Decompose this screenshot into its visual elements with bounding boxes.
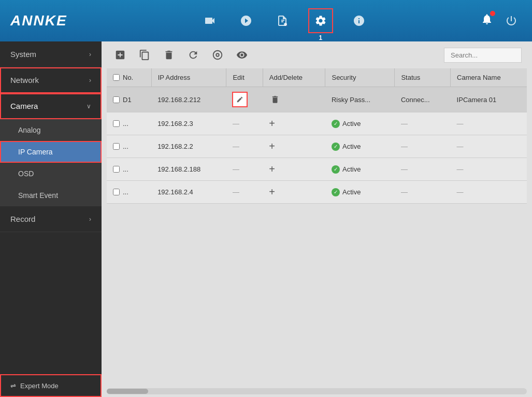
playback-nav-icon[interactable] [236, 10, 256, 31]
row-add-button[interactable]: + [269, 118, 275, 130]
row-ip-value: 192.168.2.2 [157, 143, 193, 150]
playback-nav-wrapper[interactable] [236, 10, 256, 31]
row-add-delete-cell: + [263, 158, 325, 181]
expert-mode-button[interactable]: ⇌ Expert Mode [0, 374, 102, 397]
power-icon[interactable] [501, 10, 522, 31]
row-checkbox[interactable] [113, 96, 120, 103]
sidebar-item-ip-camera[interactable]: IP Camera [0, 141, 102, 163]
sidebar-item-camera[interactable]: Camera ∨ [0, 93, 102, 119]
sidebar-item-record[interactable]: Record › [0, 206, 102, 232]
row-edit-dash: — [233, 143, 239, 150]
refresh-button[interactable] [185, 47, 202, 63]
search-input[interactable] [444, 48, 522, 63]
expert-mode-icon: ⇌ [10, 382, 16, 390]
search-files-nav-icon[interactable] [272, 10, 293, 31]
logo: ANNKE [10, 12, 67, 29]
col-no: No. [107, 68, 151, 87]
row-status-cell: — [395, 112, 451, 135]
info-nav-icon[interactable] [349, 10, 369, 31]
row-camera-name-dash: — [457, 120, 464, 127]
col-ip: IP Address [151, 68, 226, 87]
row-no-cell: ... [107, 181, 151, 204]
row-security-value: Active [342, 120, 361, 127]
col-security-label: Security [332, 74, 356, 81]
row-add-button[interactable]: + [269, 186, 275, 198]
row-checkbox[interactable] [113, 189, 120, 195]
col-status-label: Status [401, 74, 420, 81]
col-status: Status [395, 68, 451, 87]
row-edit-cell: — [226, 112, 263, 135]
horizontal-scrollbar[interactable] [107, 388, 527, 394]
table-header-row: No. IP Address Edit Add/Delete Security … [107, 68, 527, 87]
row-add-delete-cell: + [263, 135, 325, 158]
row-security-value: Active [342, 165, 361, 173]
sidebar-item-osd[interactable]: OSD [0, 163, 102, 185]
row-checkbox[interactable] [113, 166, 120, 173]
sidebar-ip-camera-label: IP Camera [18, 148, 53, 156]
row-no-value: ... [123, 143, 128, 150]
active-status-dot: ✓ [332, 165, 340, 174]
scrollbar-thumb[interactable] [107, 389, 148, 394]
settings-nav-wrapper[interactable]: 1 [308, 8, 333, 33]
info-nav-wrapper[interactable] [349, 10, 369, 31]
row-add-delete-cell [263, 87, 325, 112]
config-button[interactable] [209, 47, 226, 63]
sidebar-system-chevron: › [89, 51, 91, 58]
sidebar-camera-chevron: ∨ [87, 103, 91, 110]
row-add-button[interactable]: + [269, 163, 275, 175]
row-checkbox[interactable] [113, 143, 120, 150]
view-button[interactable] [234, 47, 250, 63]
sidebar-item-system[interactable]: System › [0, 41, 102, 67]
row-status-cell: — [395, 158, 451, 181]
copy-button[interactable] [136, 47, 153, 63]
row-status-dash: — [401, 188, 408, 196]
select-all-checkbox[interactable] [113, 74, 120, 81]
row-edit-cell: — [226, 158, 263, 181]
notification-dot [490, 11, 495, 16]
settings-nav-icon[interactable] [310, 10, 331, 31]
sidebar-item-analog[interactable]: Analog [0, 119, 102, 141]
col-ip-label: IP Address [158, 74, 191, 81]
row-security-cell: ✓ Active [325, 135, 395, 158]
edit-button[interactable] [233, 92, 247, 107]
main-layout: System › Network › Camera ∨ Analog IP Ca… [0, 41, 532, 397]
sidebar-record-label: Record [10, 215, 35, 223]
col-add-delete-label: Add/Delete [269, 74, 303, 81]
col-camera-name: Camera Name [451, 68, 527, 87]
row-edit-dash: — [233, 165, 239, 173]
sidebar-item-network[interactable]: Network › [0, 67, 102, 93]
row-status-dash: — [401, 165, 408, 173]
row-ip-value: 192.168.2.212 [157, 96, 200, 104]
nav-icons: 1 [88, 8, 481, 33]
row-checkbox[interactable] [113, 120, 120, 127]
active-status-dot: ✓ [332, 120, 340, 128]
row-delete-button[interactable] [269, 93, 281, 106]
row-camera-name-value: IPCamera 01 [457, 96, 497, 104]
row-edit-dash: — [233, 188, 239, 196]
row-ip-cell: 192.168.2.3 [151, 112, 226, 135]
row-camera-name-cell: — [451, 112, 527, 135]
add-button[interactable] [112, 47, 128, 63]
content-area: No. IP Address Edit Add/Delete Security … [102, 41, 532, 397]
notification-icon[interactable] [481, 13, 493, 29]
row-status-cell: Connec... [395, 87, 451, 112]
row-add-button[interactable]: + [269, 140, 275, 152]
row-camera-name-dash: — [457, 143, 464, 150]
row-security-value: Active [342, 143, 361, 150]
row-ip-cell: 192.168.2.2 [151, 135, 226, 158]
search-files-nav-wrapper[interactable] [272, 10, 293, 31]
row-ip-cell: 192.168.2.212 [151, 87, 226, 112]
sidebar-sub-menu: Analog IP Camera OSD Smart Event [0, 119, 102, 206]
expert-mode-label: Expert Mode [20, 382, 59, 390]
delete-button[interactable] [161, 47, 177, 63]
svg-point-1 [216, 53, 219, 56]
row-status-dash: — [401, 120, 408, 127]
camera-nav-wrapper[interactable] [199, 10, 220, 31]
camera-nav-icon[interactable] [199, 10, 220, 31]
sidebar-item-smart-event[interactable]: Smart Event [0, 185, 102, 206]
settings-label-1: 1 [319, 34, 322, 41]
toolbar [102, 41, 532, 68]
row-camera-name-cell: IPCamera 01 [451, 87, 527, 112]
row-no-value: ... [123, 188, 128, 196]
search-box [444, 48, 522, 63]
